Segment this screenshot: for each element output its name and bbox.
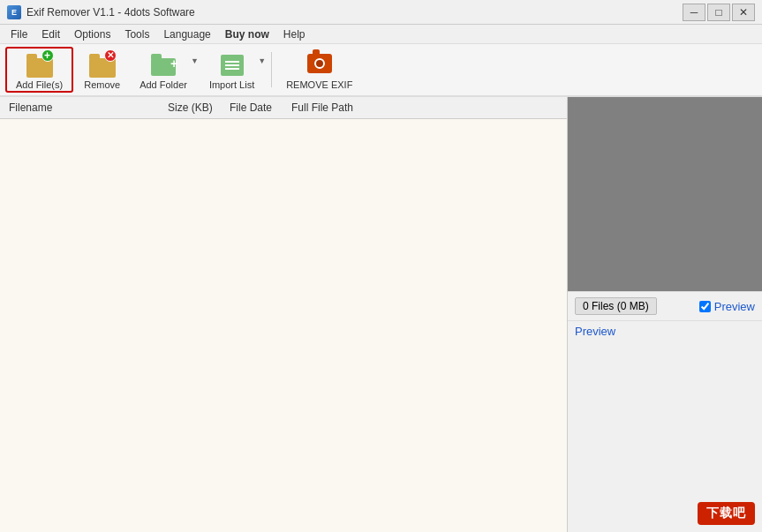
- main-content: Filename Size (KB) File Date Full File P…: [0, 97, 762, 532]
- maximize-button[interactable]: □: [707, 4, 730, 21]
- add-files-icon: +: [26, 49, 54, 78]
- app-icon: E: [7, 5, 21, 19]
- menu-tools[interactable]: Tools: [117, 26, 156, 42]
- add-folder-label: Add Folder: [140, 79, 187, 90]
- preview-image: [568, 97, 762, 291]
- add-files-button[interactable]: + Add File(s): [5, 47, 73, 93]
- title-bar-left: E Exif Remover V1.1 - 4dots Software: [7, 5, 195, 19]
- preview-title: Preview: [575, 325, 615, 338]
- remove-exif-icon: [306, 49, 334, 78]
- col-header-size: Size (KB): [164, 100, 226, 116]
- file-list-area[interactable]: [0, 119, 567, 532]
- remove-exif-button[interactable]: REMOVE EXIF: [277, 47, 361, 93]
- col-header-filedate: File Date: [226, 100, 288, 116]
- files-count-badge: 0 Files (0 MB): [575, 297, 657, 315]
- menu-buy-now[interactable]: Buy now: [218, 26, 276, 42]
- remove-icon: ✕: [88, 49, 117, 78]
- add-folder-button[interactable]: + Add Folder: [131, 47, 196, 93]
- minimize-button[interactable]: ─: [683, 4, 705, 21]
- preview-footer: 0 Files (0 MB) Preview: [568, 291, 762, 320]
- menu-edit[interactable]: Edit: [34, 26, 67, 42]
- title-bar: E Exif Remover V1.1 - 4dots Software ─ □…: [0, 0, 762, 25]
- preview-panel: 0 Files (0 MB) Preview Preview: [568, 97, 762, 532]
- menu-bar: File Edit Options Tools Language Buy now…: [0, 25, 762, 44]
- menu-help[interactable]: Help: [276, 26, 313, 42]
- preview-checkbox[interactable]: [699, 301, 711, 312]
- file-list-panel: Filename Size (KB) File Date Full File P…: [0, 97, 568, 532]
- preview-title-area: Preview: [568, 320, 762, 341]
- preview-checkbox-label: Preview: [714, 300, 755, 313]
- close-button[interactable]: ✕: [732, 4, 755, 21]
- add-folder-icon: +: [149, 49, 177, 78]
- column-headers: Filename Size (KB) File Date Full File P…: [0, 97, 567, 119]
- add-folder-arrow: ▼: [191, 56, 199, 65]
- menu-language[interactable]: Language: [156, 26, 217, 42]
- remove-button[interactable]: ✕ Remove: [75, 47, 129, 93]
- menu-options[interactable]: Options: [67, 26, 117, 42]
- preview-checkbox-area: Preview: [699, 300, 755, 313]
- window-controls: ─ □ ✕: [683, 4, 755, 21]
- menu-file[interactable]: File: [4, 26, 34, 42]
- watermark: 下载吧: [698, 502, 755, 525]
- remove-exif-label: REMOVE EXIF: [286, 79, 352, 90]
- import-list-label: Import List: [209, 79, 254, 90]
- import-list-button[interactable]: Import List: [200, 47, 263, 93]
- import-list-icon: [218, 49, 246, 78]
- remove-label: Remove: [84, 79, 120, 90]
- add-files-label: Add File(s): [16, 79, 63, 90]
- toolbar: + Add File(s) ✕ Remove + Add Folder ▼: [0, 44, 762, 97]
- import-list-arrow: ▼: [258, 56, 266, 65]
- toolbar-separator: [271, 52, 272, 87]
- col-header-fullpath: Full File Path: [288, 100, 394, 116]
- window-title: Exif Remover V1.1 - 4dots Software: [26, 6, 195, 19]
- col-header-filename: Filename: [5, 100, 164, 116]
